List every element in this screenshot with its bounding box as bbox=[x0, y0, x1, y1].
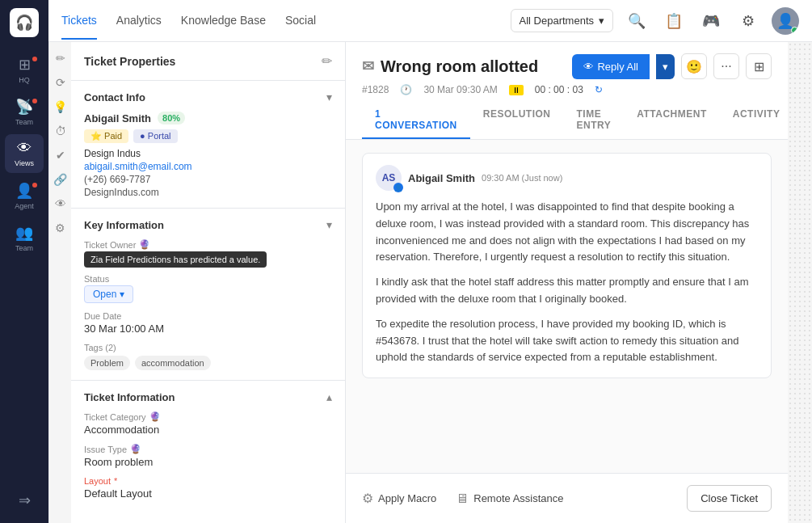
sidebar-item-views[interactable]: 👁 Views bbox=[5, 134, 44, 173]
game-btn[interactable]: 🎮 bbox=[697, 7, 725, 35]
message-para-1: Upon my arrival at the hotel, I was disa… bbox=[376, 199, 758, 266]
tab-resolution[interactable]: Resolution bbox=[470, 102, 564, 139]
context-icon-7[interactable]: 👁 bbox=[51, 194, 70, 213]
tab-attachment[interactable]: Attachment bbox=[624, 102, 720, 139]
message-time: 09:30 AM (Just now) bbox=[482, 173, 562, 183]
ticket-meta: #1828 🕐 30 Mar 09:30 AM ⏸ 00 : 00 : 03 ↻ bbox=[362, 84, 772, 95]
key-info-title: Key Information bbox=[84, 219, 164, 231]
tag-problem: Problem bbox=[84, 356, 130, 370]
left-panel: Ticket Properties ✏ Contact Info ▾ Abiga… bbox=[71, 42, 346, 523]
tags-list: Problem accommodation bbox=[84, 356, 332, 370]
sidebar-expand-btn[interactable]: ⇒ bbox=[5, 486, 44, 515]
ticket-properties-title: Ticket Properties bbox=[84, 55, 175, 68]
key-info-header: Key Information ▾ bbox=[84, 218, 332, 231]
user-avatar[interactable]: 👤 bbox=[772, 7, 799, 35]
decorative-dots bbox=[788, 42, 812, 523]
context-icon-bar: ✏ ⟳ 💡 ⏱ ✔ 🔗 👁 ⚙ bbox=[48, 42, 71, 523]
tag-portal: ● Portal bbox=[133, 129, 177, 143]
contact-tags: ⭐ Paid ● Portal bbox=[84, 129, 332, 143]
status-label: Status bbox=[84, 274, 332, 284]
context-icon-4[interactable]: ⏱ bbox=[51, 121, 70, 141]
apply-macro-btn[interactable]: ⚙ Apply Macro bbox=[362, 491, 436, 506]
views-icon: 👁 bbox=[17, 140, 32, 157]
ticket-header: ✉ Wrong room allotted 👁 Reply All ▾ 🙂 ··… bbox=[346, 42, 788, 140]
tab-knowledge-base[interactable]: Knowledge Base bbox=[181, 2, 266, 40]
layout-value: Default Layout bbox=[84, 487, 332, 500]
eye-icon: 👁 bbox=[583, 61, 594, 73]
message-para-2: I kindly ask that the hotel staff addres… bbox=[376, 274, 758, 308]
tab-conversation[interactable]: 1 Conversation bbox=[362, 102, 470, 139]
context-icon-6[interactable]: 🔗 bbox=[51, 170, 70, 189]
macro-icon: ⚙ bbox=[362, 491, 373, 506]
remote-assistance-btn[interactable]: 🖥 Remote Assistance bbox=[456, 491, 563, 506]
context-icon-1[interactable]: ✏ bbox=[51, 49, 70, 68]
reply-all-chevron-btn[interactable]: ▾ bbox=[656, 54, 675, 79]
tab-activity[interactable]: Activity bbox=[720, 102, 788, 139]
hq-badge bbox=[31, 55, 39, 63]
zia-issue-icon: 🔮 bbox=[130, 444, 141, 454]
ticket-title-row: ✉ Wrong room allotted 👁 Reply All ▾ 🙂 ··… bbox=[362, 53, 772, 79]
contact-company: Design Indus bbox=[84, 148, 332, 159]
team-queue-icon: 👥 bbox=[15, 224, 33, 242]
right-content: ✉ Wrong room allotted 👁 Reply All ▾ 🙂 ··… bbox=[346, 42, 788, 523]
agent-queue-badge bbox=[31, 181, 39, 189]
sidebar-item-team-queue[interactable]: 👥 Team bbox=[5, 218, 44, 257]
top-nav: Tickets Analytics Knowledge Base Social … bbox=[48, 0, 812, 42]
sidebar-item-agent-queue[interactable]: 👤 Agent bbox=[5, 176, 44, 215]
icon-sidebar: 🎧 ⊞ HQ 📡 Team 👁 Views 👤 Agent 👥 Team ⇒ bbox=[0, 0, 48, 523]
tab-tickets[interactable]: Tickets bbox=[61, 2, 97, 40]
team-feeds-badge bbox=[31, 97, 39, 105]
ticket-timer: 00 : 00 : 03 bbox=[535, 84, 583, 95]
pause-icon: ⏸ bbox=[509, 85, 524, 95]
tag-accommodation: accommodation bbox=[135, 356, 211, 370]
app-logo: 🎧 bbox=[10, 8, 39, 37]
refresh-icon[interactable]: ↻ bbox=[595, 84, 603, 95]
ticket-info-chevron[interactable]: ▴ bbox=[326, 390, 332, 403]
contact-phone: (+26) 669-7787 bbox=[84, 174, 332, 185]
clipboard-btn[interactable]: 📋 bbox=[660, 7, 688, 35]
calendar-icon: 🕐 bbox=[400, 84, 412, 95]
contact-email[interactable]: abigail.smith@email.com bbox=[84, 161, 332, 172]
department-selector[interactable]: All Departments ▾ bbox=[511, 9, 613, 32]
close-ticket-button[interactable]: Close Ticket bbox=[687, 485, 772, 512]
context-icon-3[interactable]: 💡 bbox=[51, 97, 70, 116]
tab-social[interactable]: Social bbox=[285, 2, 316, 40]
contact-info-header: Contact Info ▾ bbox=[84, 91, 332, 103]
status-dropdown[interactable]: Open ▾ bbox=[84, 285, 133, 303]
message-sender: Abigail Smith bbox=[408, 172, 475, 184]
grid-action-btn[interactable]: ⊞ bbox=[746, 53, 772, 79]
conversation-area: AS 👤 Abigail Smith 09:30 AM (Just now) U… bbox=[346, 140, 788, 473]
tags-label: Tags (2) bbox=[84, 343, 332, 352]
email-icon: ✉ bbox=[362, 57, 374, 75]
search-btn[interactable]: 🔍 bbox=[623, 7, 650, 35]
issue-type-label: Issue Type 🔮 bbox=[84, 444, 332, 454]
smile-action-btn[interactable]: 🙂 bbox=[681, 53, 707, 79]
due-date-value: 30 Mar 10:00 AM bbox=[84, 323, 332, 335]
zia-icon: 🔮 bbox=[139, 239, 150, 250]
issue-type-value: Room problem bbox=[84, 456, 332, 468]
more-actions-btn[interactable]: ··· bbox=[713, 53, 739, 79]
context-icon-2[interactable]: ⟳ bbox=[51, 73, 70, 92]
status-value: Open bbox=[93, 289, 116, 300]
ticket-info-title: Ticket Information bbox=[84, 391, 175, 403]
contact-domain: DesignIndus.com bbox=[84, 187, 332, 198]
hq-icon: ⊞ bbox=[19, 56, 31, 74]
context-icon-5[interactable]: ✔ bbox=[51, 146, 70, 165]
tab-time-entry[interactable]: Time Entry bbox=[563, 102, 624, 139]
sender-badge-icon: 👤 bbox=[393, 183, 403, 192]
settings-btn[interactable]: ⚙ bbox=[734, 7, 762, 35]
top-nav-actions: All Departments ▾ 🔍 📋 🎮 ⚙ 👤 bbox=[511, 7, 799, 35]
context-icon-8[interactable]: ⚙ bbox=[51, 218, 70, 238]
reply-all-button[interactable]: 👁 Reply All bbox=[572, 54, 650, 79]
key-information-section: Key Information ▾ Ticket Owner 🔮 Zia Fie… bbox=[71, 209, 345, 381]
sidebar-item-hq[interactable]: ⊞ HQ bbox=[5, 50, 44, 89]
key-info-chevron[interactable]: ▾ bbox=[326, 218, 332, 231]
contact-info-chevron[interactable]: ▾ bbox=[326, 91, 332, 103]
edit-icon[interactable]: ✏ bbox=[322, 53, 332, 69]
tab-analytics[interactable]: Analytics bbox=[116, 2, 162, 40]
tag-paid: ⭐ Paid bbox=[84, 129, 128, 143]
monitor-icon: 🖥 bbox=[456, 491, 469, 506]
ticket-tabs: 1 Conversation Resolution Time Entry Att… bbox=[362, 102, 772, 139]
ticket-title: ✉ Wrong room allotted bbox=[362, 57, 538, 76]
sidebar-item-team-feeds[interactable]: 📡 Team bbox=[5, 92, 44, 131]
